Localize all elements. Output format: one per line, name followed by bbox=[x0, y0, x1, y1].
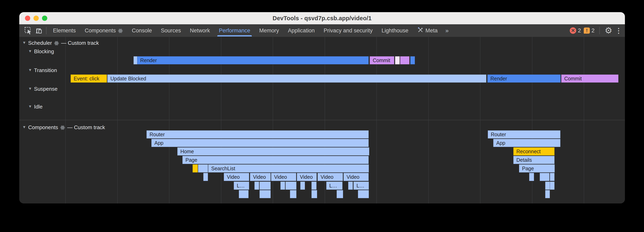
lane-label: Idle bbox=[34, 104, 42, 110]
zoom-window-button[interactable] bbox=[42, 15, 47, 21]
flame-bar-app[interactable]: App bbox=[151, 139, 369, 147]
flame-bar-segment[interactable] bbox=[290, 190, 296, 198]
devtools-window: DevTools - qsvd7p.csb.app/video/1 Elemen… bbox=[19, 12, 625, 204]
settings-gear-icon[interactable]: ⚙ bbox=[605, 26, 612, 35]
collapse-triangle-icon[interactable]: ▼ bbox=[22, 125, 26, 129]
collapse-triangle-icon[interactable]: ▼ bbox=[28, 68, 32, 72]
minimize-window-button[interactable] bbox=[34, 15, 39, 21]
flame-bar-video[interactable]: Video bbox=[344, 173, 369, 181]
flame-bar-video[interactable]: Video bbox=[250, 173, 271, 181]
toggle-device-toolbar-icon[interactable] bbox=[34, 25, 44, 36]
flame-bar-render[interactable]: Render bbox=[487, 75, 560, 83]
lane-label: Suspense bbox=[34, 86, 58, 92]
tab-console[interactable]: Console bbox=[128, 24, 156, 37]
tab-memory[interactable]: Memory bbox=[255, 24, 284, 37]
more-options-icon[interactable]: ⋮ bbox=[615, 27, 622, 34]
flame-bar-update-blocked[interactable]: Update Blocked bbox=[107, 75, 486, 83]
inspect-element-icon[interactable] bbox=[23, 25, 34, 36]
performance-flame-chart: ▼Scheduler— Custom track▼Blocking▼Transi… bbox=[19, 37, 625, 204]
flame-bar-segment[interactable] bbox=[540, 173, 550, 181]
tab-label: Sources bbox=[161, 27, 181, 34]
tab-label: Memory bbox=[259, 27, 279, 34]
close-window-button[interactable] bbox=[25, 15, 30, 21]
flame-bar-segment[interactable] bbox=[203, 173, 208, 181]
collapse-triangle-icon[interactable]: ▼ bbox=[28, 49, 32, 53]
flame-bar-router[interactable]: Router bbox=[488, 130, 560, 138]
tab-elements[interactable]: Elements bbox=[48, 24, 80, 37]
flame-bar-segment[interactable] bbox=[529, 173, 534, 181]
warning-badge[interactable]: ! 2 bbox=[584, 27, 594, 34]
tab-sources[interactable]: Sources bbox=[156, 24, 186, 37]
collapse-triangle-icon[interactable]: ▼ bbox=[28, 104, 32, 109]
tab-meta[interactable]: Meta bbox=[413, 24, 442, 37]
flame-bar-video[interactable]: Video bbox=[318, 173, 343, 181]
flame-bar-event-click[interactable]: Event: click bbox=[70, 75, 107, 83]
flame-bar-render[interactable]: Render bbox=[137, 56, 369, 64]
tab-privacy-and-security[interactable]: Privacy and security bbox=[319, 24, 377, 37]
track-header-scheduler[interactable]: ▼Scheduler— Custom track bbox=[22, 40, 99, 46]
tab-application[interactable]: Application bbox=[284, 24, 319, 37]
tab-label: Components bbox=[85, 27, 116, 34]
flame-bar-segment[interactable] bbox=[358, 190, 369, 198]
flame-bar-segment[interactable] bbox=[312, 182, 316, 190]
track-title: Scheduler bbox=[28, 40, 52, 46]
flame-bar-segment[interactable] bbox=[348, 182, 353, 190]
more-tabs-chevron-icon[interactable]: » bbox=[442, 27, 452, 34]
flame-bar-l-[interactable]: L… bbox=[354, 182, 369, 190]
lane-idle[interactable]: ▼Idle bbox=[28, 104, 42, 110]
flame-bar-commit[interactable]: Commit bbox=[561, 75, 618, 83]
flame-bar-segment[interactable] bbox=[286, 182, 296, 190]
lane-transition[interactable]: ▼Transition bbox=[28, 67, 57, 74]
flame-bar-segment[interactable] bbox=[550, 182, 554, 190]
flame-bar-app[interactable]: App bbox=[493, 139, 560, 147]
collapse-triangle-icon[interactable]: ▼ bbox=[28, 87, 32, 91]
flame-bar-segment[interactable] bbox=[192, 164, 198, 172]
tab-performance[interactable]: Performance bbox=[214, 24, 255, 37]
flame-bar-segment[interactable] bbox=[260, 190, 271, 198]
flame-bar-l-[interactable]: L… bbox=[326, 182, 342, 190]
flame-bar-video[interactable]: Video bbox=[271, 173, 296, 181]
tab-label: Performance bbox=[219, 27, 250, 34]
flame-bar-video[interactable]: Video bbox=[297, 173, 317, 181]
flame-bar-home[interactable]: Home bbox=[177, 147, 369, 155]
flame-bar-segment[interactable] bbox=[260, 182, 271, 190]
track-header-components[interactable]: ▼Components— Custom track bbox=[22, 124, 105, 130]
tab-label: Application bbox=[288, 27, 315, 34]
flame-bar-details[interactable]: Details bbox=[513, 156, 554, 164]
tab-lighthouse[interactable]: Lighthouse bbox=[377, 24, 413, 37]
lane-suspense[interactable]: ▼Suspense bbox=[28, 86, 58, 92]
flame-bar-page[interactable]: Page bbox=[182, 156, 369, 164]
flame-bar-segment[interactable] bbox=[239, 190, 248, 198]
flame-bar-segment[interactable] bbox=[300, 182, 305, 190]
flame-bar-segment[interactable] bbox=[400, 56, 410, 64]
tab-label: Lighthouse bbox=[382, 27, 408, 34]
tab-label: Meta bbox=[426, 27, 438, 34]
flame-bar-segment[interactable] bbox=[198, 164, 208, 172]
flame-bar-segment[interactable] bbox=[280, 182, 285, 190]
flame-bar-reconnect[interactable]: Reconnect bbox=[513, 147, 554, 155]
flame-bar-router[interactable]: Router bbox=[146, 130, 369, 138]
error-badge[interactable]: ✕ 2 bbox=[570, 27, 581, 34]
react-atom-icon bbox=[118, 27, 123, 34]
lane-label: Blocking bbox=[34, 48, 54, 55]
flame-bar-segment[interactable] bbox=[550, 173, 554, 181]
flame-bar-page[interactable]: Page bbox=[519, 164, 555, 172]
titlebar: DevTools - qsvd7p.csb.app/video/1 bbox=[19, 12, 625, 24]
flame-bar-segment[interactable] bbox=[312, 190, 317, 198]
flame-bar-commit[interactable]: Commit bbox=[370, 56, 394, 64]
window-title: DevTools - qsvd7p.csb.app/video/1 bbox=[19, 15, 625, 22]
flame-bar-segment[interactable] bbox=[545, 190, 550, 198]
flame-bar-segment[interactable] bbox=[410, 56, 415, 64]
flame-bar-video[interactable]: Video bbox=[224, 173, 249, 181]
warning-count: 2 bbox=[592, 27, 594, 34]
flame-bar-searchlist[interactable]: SearchList bbox=[208, 164, 369, 172]
lane-blocking[interactable]: ▼Blocking bbox=[28, 48, 54, 55]
flame-bar-l-[interactable]: L… bbox=[234, 182, 249, 190]
flame-bar-segment[interactable] bbox=[336, 190, 343, 198]
flame-bar-segment[interactable] bbox=[545, 182, 550, 190]
flame-bar-segment[interactable] bbox=[254, 182, 259, 190]
collapse-triangle-icon[interactable]: ▼ bbox=[22, 40, 26, 45]
flame-bar-segment[interactable] bbox=[395, 56, 400, 64]
tab-network[interactable]: Network bbox=[186, 24, 214, 37]
tab-components[interactable]: Components bbox=[80, 24, 128, 37]
